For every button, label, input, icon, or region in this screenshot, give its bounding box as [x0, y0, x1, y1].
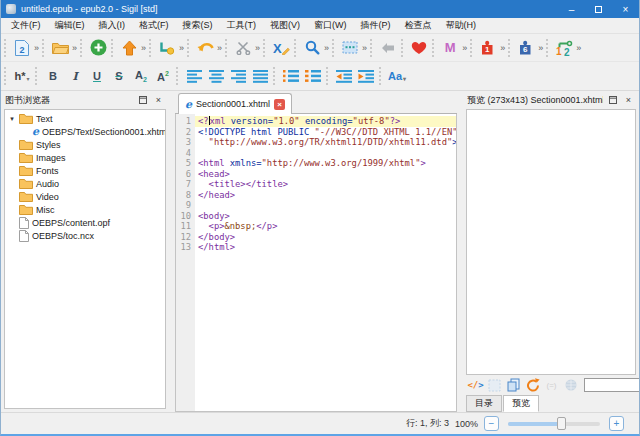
overflow-chevron-icon[interactable]: » [500, 43, 505, 53]
find-icon[interactable] [302, 37, 322, 59]
tree-item[interactable]: Audio [5, 177, 165, 190]
new-epub-icon[interactable]: 2 [12, 37, 32, 59]
mark-selection-icon[interactable] [340, 37, 360, 59]
menubar: 文件(F)编辑(E)插入(I)格式(F)搜索(S)工具(T)视图(V)窗口(W)… [1, 18, 639, 34]
tree-item[interactable]: Video [5, 190, 165, 203]
overflow-chevron-icon[interactable]: » [324, 43, 329, 53]
toolbar-separator [401, 39, 405, 57]
tree-item[interactable]: OEBPS/content.opf [5, 216, 165, 229]
float-panel-icon[interactable] [606, 94, 619, 107]
tree-item-label: OEBPS/Text/Section0001.xhtml [42, 127, 166, 137]
menu-item-4[interactable]: 格式(F) [132, 18, 176, 33]
align-left-icon[interactable] [184, 65, 204, 87]
zoom-slider-handle[interactable] [557, 417, 566, 430]
tab-close-icon[interactable]: × [274, 99, 285, 110]
tree-item[interactable]: OEBPS/toc.ncx [5, 229, 165, 242]
ordered-list-icon[interactable] [303, 65, 323, 87]
refresh-icon[interactable] [525, 377, 540, 393]
plugin-6-icon[interactable]: 6 [516, 37, 536, 59]
clip-counter-icon[interactable]: 12 [554, 37, 574, 59]
overflow-chevron-icon[interactable]: » [538, 43, 543, 53]
superscript-icon[interactable]: A2 [153, 65, 173, 87]
menu-item-5[interactable]: 搜索(S) [176, 18, 220, 33]
maximize-icon [595, 6, 602, 13]
metadata-icon[interactable]: M [440, 37, 460, 59]
tree-item[interactable]: eOEBPS/Text/Section0001.xhtml [5, 125, 165, 138]
tree-item-label: Text [36, 114, 53, 124]
book-browser-tree[interactable]: ▾TexteOEBPS/Text/Section0001.xhtmlStyles… [4, 109, 166, 409]
overflow-chevron-icon[interactable]: » [576, 43, 581, 53]
statusbar: 行: 1, 列: 3 100% − + [1, 412, 639, 434]
menu-item-3[interactable]: 插入(I) [92, 18, 133, 33]
float-panel-icon[interactable] [136, 94, 149, 107]
menu-item-9[interactable]: 插件(P) [354, 18, 398, 33]
preview-tab-inactive[interactable]: 目录 [466, 395, 502, 412]
bullet-list-icon[interactable] [281, 65, 301, 87]
overflow-chevron-icon[interactable]: » [362, 43, 367, 53]
close-panel-icon[interactable]: × [152, 94, 165, 107]
zoom-in-button[interactable]: + [609, 416, 624, 431]
folder-icon [19, 152, 33, 163]
plugin-1-icon[interactable]: 1 [478, 37, 498, 59]
align-right-icon[interactable] [228, 65, 248, 87]
window-title: untitled.epub - epub2.0 - Sigil [std] [21, 4, 553, 14]
editor-area: e Section0001.xhtml × 1<?xml version="1.… [175, 91, 457, 412]
menu-item-6[interactable]: 工具(T) [220, 18, 264, 33]
tab-section0001[interactable]: e Section0001.xhtml × [178, 93, 292, 114]
tree-item[interactable]: ▾Text [5, 112, 165, 125]
minimize-button[interactable]: – [558, 0, 585, 18]
line-number: 4 [176, 148, 195, 159]
tree-item[interactable]: Images [5, 151, 165, 164]
overflow-chevron-icon[interactable]: » [217, 43, 222, 53]
save-icon[interactable] [119, 37, 139, 59]
close-panel-icon[interactable]: × [622, 94, 635, 107]
back-icon[interactable] [378, 37, 398, 59]
overflow-chevron-icon[interactable]: » [462, 43, 467, 53]
code-editor[interactable]: 1<?xml version="1.0" encoding="utf-8"?>2… [175, 114, 457, 412]
overflow-chevron-icon[interactable]: » [72, 43, 77, 53]
indent-icon[interactable] [356, 65, 376, 87]
menu-item-8[interactable]: 窗口(W) [307, 18, 354, 33]
tree-item[interactable]: Fonts [5, 164, 165, 177]
zoom-out-button[interactable]: − [484, 416, 499, 431]
tree-item[interactable]: Styles [5, 138, 165, 151]
maximize-button[interactable] [585, 0, 612, 18]
strikethrough-icon[interactable]: S [109, 65, 129, 87]
titlebar[interactable]: untitled.epub - epub2.0 - Sigil [std] – … [1, 0, 639, 18]
align-justify-icon[interactable] [250, 65, 270, 87]
code-line: 3 "http://www.w3.org/TR/xhtml11/DTD/xhtm… [176, 137, 456, 148]
tree-item[interactable]: Misc [5, 203, 165, 216]
insert-file-icon[interactable] [157, 37, 177, 59]
outdent-icon[interactable] [334, 65, 354, 87]
bold-icon[interactable]: B [43, 65, 63, 87]
overflow-chevron-icon[interactable]: » [141, 43, 146, 53]
overflow-chevron-icon[interactable]: » [255, 43, 260, 53]
copy-icon[interactable] [506, 377, 521, 393]
code-inspect-icon[interactable]: </> [468, 377, 483, 393]
zoom-slider[interactable] [508, 422, 600, 426]
menu-item-2[interactable]: 编辑(E) [48, 18, 92, 33]
menu-item-10[interactable]: 检查点 [398, 18, 439, 33]
preview-tab-active[interactable]: 预览 [503, 395, 539, 412]
cut-icon[interactable] [233, 37, 253, 59]
tree-expand-icon[interactable]: ▾ [8, 115, 16, 123]
underline-icon[interactable]: U [87, 65, 107, 87]
preview-search-input[interactable] [584, 378, 640, 392]
close-button[interactable]: × [612, 0, 639, 18]
spellcheck-icon[interactable]: X [271, 37, 291, 59]
undo-icon[interactable] [195, 37, 215, 59]
case-dropdown[interactable]: Aa▾ [387, 65, 407, 87]
italic-icon[interactable]: I [65, 65, 85, 87]
overflow-chevron-icon[interactable]: » [34, 43, 39, 53]
menu-item-11[interactable]: 帮助(H) [439, 18, 484, 33]
menu-item-7[interactable]: 视图(V) [263, 18, 307, 33]
menu-item-1[interactable]: 文件(F) [4, 18, 48, 33]
heading-dropdown[interactable]: h*▾ [12, 65, 32, 87]
donate-icon[interactable] [409, 37, 429, 59]
add-existing-icon[interactable] [88, 37, 108, 59]
align-center-icon[interactable] [206, 65, 226, 87]
subscript-icon[interactable]: A2 [131, 65, 151, 87]
open-folder-icon[interactable] [50, 37, 70, 59]
tree-item-label: OEBPS/toc.ncx [32, 231, 94, 241]
overflow-chevron-icon[interactable]: » [179, 43, 184, 53]
